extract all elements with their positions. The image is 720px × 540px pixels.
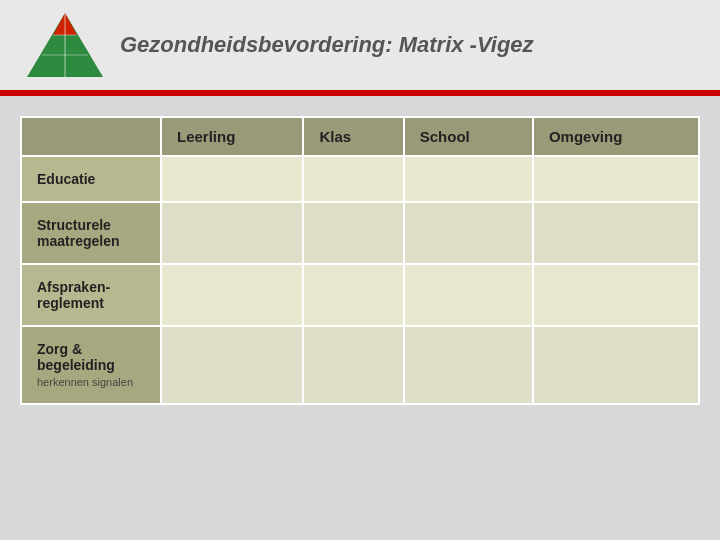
title-area: Gezondheidsbevordering: Matrix -Vigez [110, 32, 700, 58]
main-content: Leerling Klas School Omgeving Educatie [0, 96, 720, 540]
page-container: Gezondheidsbevordering: Matrix -Vigez Le… [0, 0, 720, 540]
table-row: Afspraken-reglement [21, 264, 699, 326]
cell-educatie-klas [303, 156, 403, 202]
row-label-educatie: Educatie [21, 156, 161, 202]
row-label-structurele: Structurelemaatregelen [21, 202, 161, 264]
page-title: Gezondheidsbevordering: Matrix -Vigez [120, 32, 700, 58]
cell-afspraken-klas [303, 264, 403, 326]
table-row: Educatie [21, 156, 699, 202]
logo-svg [25, 11, 105, 79]
cell-zorg-leerling [161, 326, 303, 404]
col-header-empty [21, 117, 161, 156]
cell-afspraken-school [404, 264, 533, 326]
cell-zorg-school [404, 326, 533, 404]
col-header-klas: Klas [303, 117, 403, 156]
cell-structurele-klas [303, 202, 403, 264]
cell-zorg-klas [303, 326, 403, 404]
table-row: Structurelemaatregelen [21, 202, 699, 264]
cell-educatie-school [404, 156, 533, 202]
cell-educatie-leerling [161, 156, 303, 202]
row-label-afspraken: Afspraken-reglement [21, 264, 161, 326]
row-label-zorg: Zorg &begeleiding herkennen signalen [21, 326, 161, 404]
logo [20, 10, 110, 80]
cell-structurele-leerling [161, 202, 303, 264]
table-header-row: Leerling Klas School Omgeving [21, 117, 699, 156]
table-row: Zorg &begeleiding herkennen signalen [21, 326, 699, 404]
cell-zorg-omgeving [533, 326, 699, 404]
cell-afspraken-leerling [161, 264, 303, 326]
cell-educatie-omgeving [533, 156, 699, 202]
cell-structurele-school [404, 202, 533, 264]
col-header-school: School [404, 117, 533, 156]
cell-structurele-omgeving [533, 202, 699, 264]
cell-afspraken-omgeving [533, 264, 699, 326]
col-header-leerling: Leerling [161, 117, 303, 156]
col-header-omgeving: Omgeving [533, 117, 699, 156]
matrix-table: Leerling Klas School Omgeving Educatie [20, 116, 700, 405]
header: Gezondheidsbevordering: Matrix -Vigez [0, 0, 720, 90]
